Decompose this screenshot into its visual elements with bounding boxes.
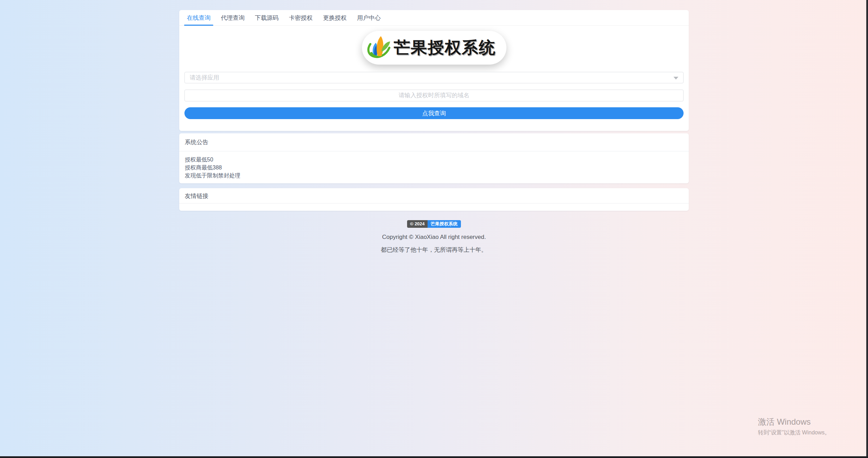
friend-links-card: 友情链接 — [179, 188, 689, 211]
chevron-down-icon — [673, 77, 678, 80]
announcement-line: 发现低于限制禁封处理 — [185, 172, 683, 180]
copyright-text: Copyright © XiaoXiao All right reserved. — [179, 234, 689, 241]
query-form: 请选择应用 点我查询 — [179, 65, 689, 131]
footer: © 2024 芒果授权系统 Copyright © XiaoXiao All r… — [179, 211, 689, 254]
app-select-placeholder: 请选择应用 — [190, 74, 219, 82]
logo-title: 芒果授权系统 — [394, 37, 496, 59]
windows-activation-subtitle: 转到“设置”以激活 Windows。 — [758, 429, 830, 436]
logo: 芒果授权系统 — [179, 26, 689, 65]
nav-tabs: 在线查询 代理查询 下载源码 卡密授权 更换授权 用户中心 — [179, 10, 689, 26]
announcement-card: 系统公告 授权最低50 授权商最低388 发现低于限制禁封处理 — [179, 133, 689, 183]
footer-badge[interactable]: © 2024 芒果授权系统 — [407, 220, 461, 228]
announcement-body: 授权最低50 授权商最低388 发现低于限制禁封处理 — [179, 151, 689, 183]
friend-links-title: 友情链接 — [179, 188, 689, 203]
announcement-line: 授权商最低388 — [185, 164, 683, 172]
tab-online-query[interactable]: 在线查询 — [184, 10, 213, 25]
tab-change-auth[interactable]: 更换授权 — [320, 10, 349, 25]
tab-user-center[interactable]: 用户中心 — [354, 10, 383, 25]
tab-card-key-auth[interactable]: 卡密授权 — [286, 10, 315, 25]
badge-site-name: 芒果授权系统 — [428, 220, 461, 228]
friend-links-body — [179, 203, 689, 211]
announcement-line: 授权最低50 — [185, 156, 683, 164]
tab-agent-query[interactable]: 代理查询 — [218, 10, 247, 25]
screen-edge-bottom — [0, 456, 868, 458]
badge-year: © 2024 — [407, 220, 427, 228]
announcement-title: 系统公告 — [179, 133, 689, 151]
query-card: 在线查询 代理查询 下载源码 卡密授权 更换授权 用户中心 — [179, 10, 689, 131]
tab-download-source[interactable]: 下载源码 — [252, 10, 281, 25]
windows-activation-title: 激活 Windows — [758, 416, 830, 427]
mango-logo-icon — [366, 34, 392, 62]
app-select[interactable]: 请选择应用 — [184, 72, 684, 83]
query-submit-button[interactable]: 点我查询 — [184, 107, 684, 119]
domain-input[interactable] — [184, 90, 684, 101]
logo-pill: 芒果授权系统 — [362, 31, 506, 65]
footer-quote: 都已经等了他十年，无所谓再等上十年。 — [179, 246, 689, 254]
windows-activation-watermark: 激活 Windows 转到“设置”以激活 Windows。 — [758, 416, 830, 436]
page-container: 在线查询 代理查询 下载源码 卡密授权 更换授权 用户中心 — [179, 0, 689, 254]
screen-edge-right — [866, 0, 868, 458]
